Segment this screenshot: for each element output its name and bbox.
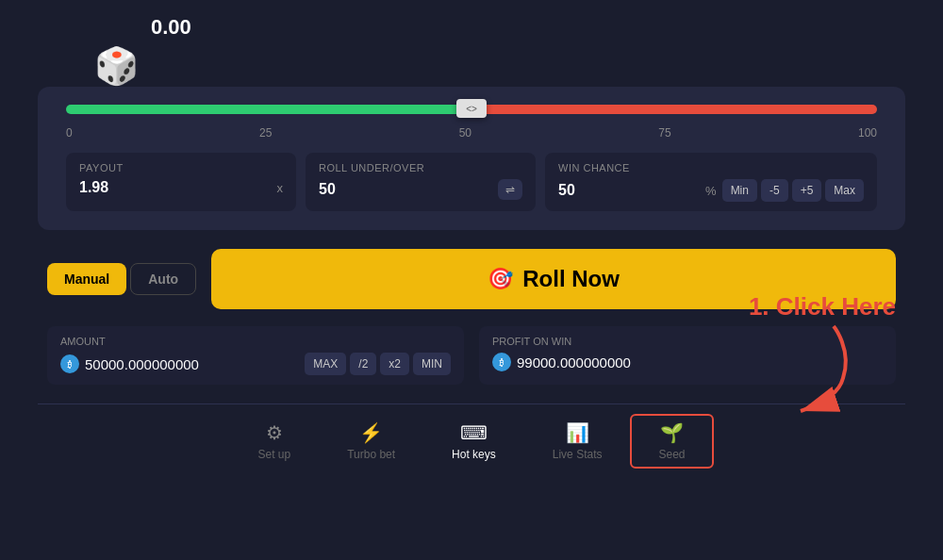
profit-field: PROFIT ON WIN ₿ 99000.000000000 (479, 326, 896, 385)
amount-coin-icon: ₿ (60, 354, 79, 373)
slider-red-fill (472, 105, 877, 114)
win-chance-label: WIN CHANCE (558, 162, 864, 173)
roll-under-over-toggle[interactable]: ⇌ (498, 179, 522, 200)
win-chance-max-btn[interactable]: Max (825, 179, 864, 202)
win-chance-field: WIN CHANCE 50 % Min -5 +5 Max (545, 153, 877, 211)
slider-label-75: 75 (658, 126, 670, 140)
score-display: 0.00 (151, 15, 191, 40)
amount-double-btn[interactable]: x2 (380, 353, 409, 375)
livestats-icon: 📊 (566, 421, 589, 444)
payout-suffix: x (277, 181, 284, 195)
payout-field: PAYOUT 1.98 x (66, 153, 296, 211)
amount-label: AMOUNT (60, 336, 451, 347)
amount-half-btn[interactable]: /2 (350, 353, 376, 375)
livestats-label: Live Stats (553, 448, 603, 461)
amount-max-btn[interactable]: MAX (305, 353, 346, 375)
profit-coin-icon: ₿ (492, 353, 511, 371)
roll-under-over-label: ROLL UNDER/OVER (319, 162, 522, 173)
win-chance-minus5-btn[interactable]: -5 (761, 179, 788, 202)
nav-item-setup[interactable]: ⚙ Set up (229, 414, 319, 469)
win-chance-min-btn[interactable]: Min (722, 179, 757, 202)
amount-min-btn[interactable]: MIN (413, 353, 451, 375)
dice-icon: 🎲 (94, 45, 191, 87)
slider-label-0: 0 (66, 126, 73, 140)
slider-green-fill (66, 105, 472, 114)
nav-item-livestats[interactable]: 📊 Live Stats (524, 414, 631, 469)
hotkeys-label: Hot keys (452, 448, 496, 461)
roll-btn-icon: 🎯 (488, 267, 513, 291)
profit-label: PROFIT ON WIN (492, 336, 883, 347)
nav-item-hotkeys[interactable]: ⌨ Hot keys (423, 414, 524, 469)
win-chance-value: 50 (558, 182, 700, 199)
slider-label-50: 50 (459, 126, 472, 140)
bottom-nav: ⚙ Set up ⚡ Turbo bet ⌨ Hot keys 📊 Live S… (38, 404, 905, 469)
win-chance-suffix: % (705, 184, 717, 198)
roll-under-over-value: 50 (319, 181, 492, 198)
slider-label-25: 25 (259, 126, 272, 140)
turbo-label: Turbo bet (347, 448, 395, 461)
roll-now-btn[interactable]: 🎯 Roll Now (211, 249, 896, 309)
nav-item-turbo[interactable]: ⚡ Turbo bet (319, 414, 423, 469)
seed-label: Seed (658, 448, 685, 461)
amount-field: AMOUNT ₿ 50000.000000000 MAX /2 x2 MIN (47, 326, 464, 385)
nav-item-seed[interactable]: 🌱 Seed (630, 414, 713, 469)
slider-label-100: 100 (858, 126, 877, 140)
slider-handle[interactable]: <> (456, 99, 487, 118)
manual-mode-btn[interactable]: Manual (47, 263, 126, 295)
turbo-icon: ⚡ (359, 421, 383, 444)
payout-value: 1.98 (79, 179, 272, 196)
roll-under-over-field: ROLL UNDER/OVER 50 ⇌ (306, 153, 536, 211)
setup-icon: ⚙ (266, 421, 283, 444)
setup-label: Set up (257, 448, 290, 461)
payout-label: PAYOUT (79, 162, 283, 173)
roll-btn-label: Roll Now (522, 266, 620, 292)
hotkeys-icon: ⌨ (460, 421, 488, 444)
win-chance-plus5-btn[interactable]: +5 (792, 179, 822, 202)
auto-mode-btn[interactable]: Auto (130, 263, 196, 295)
seed-icon: 🌱 (660, 421, 684, 444)
amount-value: 50000.000000000 (85, 356, 299, 372)
profit-value: 99000.000000000 (517, 354, 883, 371)
slider-section: <> 0 25 50 75 100 PAYOUT 1.98 x (38, 87, 905, 230)
